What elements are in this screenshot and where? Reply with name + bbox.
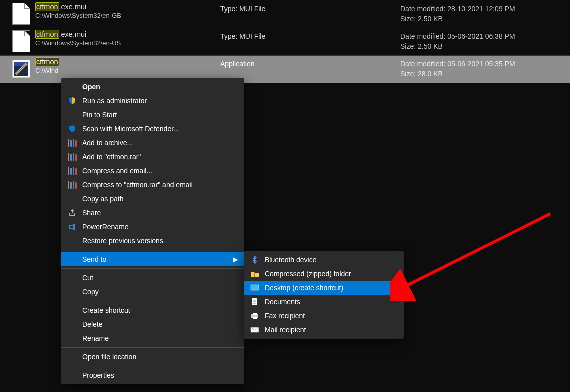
file-date: Date modified: 05-06-2021 05:35 PM (400, 60, 515, 68)
menu-share[interactable]: Share (61, 206, 244, 220)
submenu-arrow-icon: ▶ (233, 256, 238, 264)
file-row[interactable]: ctfmon.exe.mui C:\Windows\System32\en-GB… (0, 1, 570, 28)
menu-separator (61, 366, 244, 366)
share-icon (66, 208, 78, 218)
menu-copy[interactable]: Copy (61, 285, 244, 299)
annotation-arrow (390, 209, 560, 309)
sendto-bluetooth[interactable]: Bluetooth device (244, 253, 404, 267)
menu-properties[interactable]: Properties (61, 368, 244, 382)
sendto-submenu: Bluetooth device Compressed (zipped) fol… (244, 251, 404, 339)
file-row[interactable]: ctfmon.exe.mui C:\Windows\System32\en-US… (0, 28, 570, 56)
file-icon (10, 30, 32, 52)
sendto-mail[interactable]: Mail recipient (244, 323, 404, 337)
archive-icon (66, 166, 78, 176)
file-path: C:\Wind (35, 67, 220, 74)
powerrename-icon (66, 222, 78, 232)
mail-icon (249, 325, 261, 335)
search-match: ctfmon (35, 30, 59, 39)
menu-separator (61, 348, 244, 348)
search-match: ctfmon (35, 58, 59, 66)
file-path: C:\Windows\System32\en-US (35, 40, 220, 47)
menu-separator (61, 301, 244, 302)
svg-line-20 (400, 214, 550, 289)
context-menu: Open Run as administrator Pin to Start S… (61, 78, 244, 384)
menu-pin-to-start[interactable]: Pin to Start (61, 108, 244, 122)
fax-icon (249, 311, 261, 321)
sendto-fax[interactable]: Fax recipient (244, 309, 404, 323)
menu-run-as-admin[interactable]: Run as administrator (61, 94, 244, 108)
app-icon (10, 58, 32, 80)
svg-rect-5 (69, 226, 73, 228)
menu-restore-versions[interactable]: Restore previous versions (61, 234, 244, 248)
sendto-zip[interactable]: Compressed (zipped) folder (244, 267, 404, 281)
file-list: ctfmon.exe.mui C:\Windows\System32\en-GB… (0, 0, 570, 83)
zip-folder-icon (249, 269, 261, 279)
file-name-rest: .exe.mui (59, 3, 87, 11)
menu-rename[interactable]: Rename (61, 332, 244, 346)
file-date: Date modified: 28-10-2021 12:09 PM (400, 5, 515, 13)
file-path: C:\Windows\System32\en-GB (35, 12, 220, 20)
archive-icon (66, 180, 78, 190)
sendto-documents[interactable]: Documents (244, 295, 404, 309)
file-type: Type: MUI File (220, 30, 400, 40)
menu-send-to[interactable]: Send to▶ (61, 252, 244, 266)
menu-scan-defender[interactable]: Scan with Microsoft Defender... (61, 122, 244, 136)
archive-icon (66, 152, 78, 162)
search-match: ctfmon (35, 2, 59, 12)
menu-compress-email[interactable]: Compress and email... (61, 164, 244, 178)
menu-separator (61, 250, 244, 250)
file-size: Size: 28.0 KB (400, 70, 443, 78)
svg-rect-17 (253, 313, 257, 315)
bluetooth-icon (249, 255, 261, 265)
svg-rect-9 (254, 274, 255, 277)
shield-icon (66, 96, 78, 106)
menu-add-archive[interactable]: Add to archive... (61, 136, 244, 150)
menu-open-location[interactable]: Open file location (61, 350, 244, 364)
menu-powerrename[interactable]: PowerRename (61, 220, 244, 234)
defender-icon (66, 124, 78, 134)
archive-icon (66, 138, 78, 148)
menu-copy-path[interactable]: Copy as path (61, 192, 244, 206)
menu-separator (61, 268, 244, 269)
menu-cut[interactable]: Cut (61, 271, 244, 285)
sendto-desktop[interactable]: Desktop (create shortcut) (244, 281, 404, 295)
menu-create-shortcut[interactable]: Create shortcut (61, 304, 244, 318)
menu-open[interactable]: Open (61, 80, 244, 94)
desktop-icon (249, 283, 261, 293)
document-icon (249, 297, 261, 307)
file-icon (10, 3, 32, 25)
file-name-rest: .exe.mui (59, 30, 87, 38)
menu-delete[interactable]: Delete (61, 318, 244, 332)
file-size: Size: 2.50 KB (400, 42, 443, 50)
svg-rect-10 (251, 285, 259, 290)
menu-add-rar[interactable]: Add to "ctfmon.rar" (61, 150, 244, 164)
file-type: Application (220, 58, 400, 68)
file-date: Date modified: 05-06-2021 06:38 PM (400, 32, 515, 40)
file-size: Size: 2.50 KB (400, 15, 443, 23)
svg-rect-18 (253, 317, 257, 319)
menu-compress-rar-email[interactable]: Compress to "ctfmon.rar" and email (61, 178, 244, 192)
file-type: Type: MUI File (220, 3, 400, 13)
svg-rect-11 (253, 290, 256, 292)
